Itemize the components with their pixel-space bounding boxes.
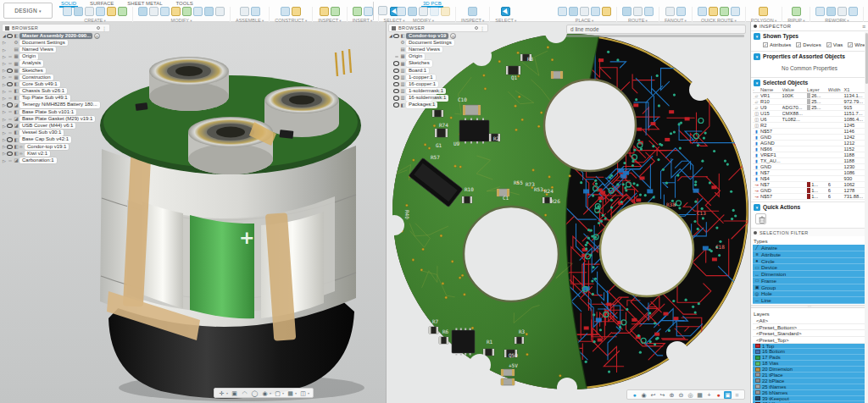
visibility-eye-icon[interactable] — [7, 91, 13, 92]
assemble-tool-icon[interactable] — [240, 7, 249, 16]
display-settings-icon[interactable]: ▢ — [274, 389, 281, 397]
tree-item-condor-top-v19-1[interactable]: ▷◧∞Condor-top v19:1 — [2, 143, 110, 150]
orbit-icon[interactable]: ◯ — [251, 389, 259, 397]
table-row[interactable]: ▱VR1100K26...1134.1... — [753, 93, 867, 99]
modify-tool-icon[interactable] — [397, 7, 406, 16]
place-tool-icon[interactable] — [602, 7, 611, 16]
delete-button[interactable] — [755, 213, 766, 224]
visibility-eye-icon[interactable] — [7, 56, 13, 58]
visibility-eye-icon[interactable] — [393, 75, 399, 80]
dropdown-caret-icon[interactable]: ▾ — [308, 391, 309, 395]
panel-options-icon[interactable] — [475, 26, 478, 30]
visibility-eye-icon[interactable] — [7, 111, 13, 113]
collapse-chevron-icon[interactable]: ▾ — [754, 204, 760, 211]
dropdown-caret-icon[interactable]: ▾ — [295, 391, 297, 395]
table-row[interactable]: ◫U6TL082...1086.4... — [753, 117, 867, 123]
create-tool-icon[interactable] — [96, 7, 105, 16]
zoom-icon[interactable]: ◉ — [261, 389, 269, 397]
checkbox-icon[interactable]: ✓ — [763, 42, 768, 47]
table-row[interactable]: ▮TX_AU...1188 — [753, 158, 867, 164]
dropdown-caret-icon[interactable]: ▾ — [226, 391, 228, 395]
table-row[interactable]: ↝N$71...61062 — [753, 182, 867, 188]
visibility-eye-icon[interactable] — [393, 89, 399, 93]
zoom-fit-icon[interactable]: ◎ — [687, 391, 694, 399]
type-filter-frame[interactable]: ▭Frame — [753, 278, 865, 284]
tree-root-item[interactable]: ◢◧Condor-top v19◎ — [388, 32, 488, 39]
modify-tool-icon[interactable] — [160, 7, 170, 16]
place-tool-icon[interactable] — [569, 7, 578, 16]
fanout-tool-icon[interactable] — [665, 7, 675, 16]
document-options-icon[interactable] — [378, 6, 387, 15]
checkbox-vias[interactable]: ✓Vias — [826, 42, 843, 47]
modify-tool-icon[interactable] — [171, 7, 181, 16]
add-icon[interactable]: + — [705, 391, 713, 399]
visibility-eye-icon[interactable] — [393, 61, 399, 65]
tree-item-vessel-sub-v30-1[interactable]: ▷◧Vessel Sub v30:1 — [2, 130, 110, 136]
dropdown-caret-icon[interactable]: ▾ — [282, 391, 284, 395]
column-header-name[interactable]: Name — [760, 87, 782, 92]
panel-options-icon[interactable] — [97, 26, 100, 30]
tree-item-document-settings[interactable]: ▷⚙Document Settings — [2, 40, 110, 47]
quick-route-tool-icon[interactable] — [698, 7, 707, 16]
table-row[interactable]: ▱U9ADG70...25...915 — [753, 105, 867, 111]
layer-1-top[interactable]: 1 Top — [753, 344, 865, 350]
inspector-scrollbar[interactable] — [865, 32, 868, 403]
tree-item-usb-cover-m44-v6-1[interactable]: ▷◪USB Cover (M44) v6:1 — [2, 123, 110, 130]
browser-header[interactable]: BROWSER ⋮ — [2, 24, 110, 32]
visibility-eye-icon[interactable] — [7, 119, 13, 120]
layer-preset[interactable]: <Preset_Standard> — [753, 330, 865, 337]
route-tool-icon[interactable] — [622, 7, 632, 16]
tree-item-kiwi-v2-1[interactable]: ▷◧∞Kiwi v2:1 — [2, 151, 110, 157]
column-header-icon[interactable]: · — [753, 87, 760, 92]
hand-icon[interactable]: ◠ — [241, 389, 248, 397]
expand-arrow-icon[interactable]: ▷ — [2, 47, 7, 52]
create-tool-icon[interactable] — [107, 7, 116, 16]
table-row[interactable]: ▱R1025...972.79... — [753, 99, 867, 105]
tree-item-base-plate-gasket-m29-v19-1[interactable]: ▷◪Base Plate Gasket (M29) v19:1 — [2, 116, 110, 123]
select-tool-icon[interactable] — [501, 7, 510, 16]
table-row[interactable]: ▮AGND1212 — [753, 141, 867, 146]
layer-18-vias[interactable]: 18 Vias — [753, 361, 865, 367]
tree-item-named-views[interactable]: ▤Named Views — [388, 47, 488, 53]
column-header-x1[interactable]: X1 — [843, 87, 867, 92]
redo-icon[interactable]: ↪ — [659, 391, 666, 399]
route-tool-icon[interactable] — [633, 7, 643, 16]
record-icon[interactable]: ● — [715, 391, 722, 399]
rework-tool-icon[interactable] — [826, 7, 836, 16]
tree-root-item[interactable]: ◢◧Master Assembly 2020-090...◎ — [2, 32, 110, 39]
checkbox-icon[interactable]: ✓ — [796, 42, 801, 47]
column-header-layer[interactable]: Layer — [807, 87, 828, 92]
eye-icon[interactable]: ◉ — [640, 391, 648, 399]
inspect-tool-icon[interactable] — [320, 7, 329, 16]
collapse-panel-icon[interactable] — [5, 26, 9, 30]
tree-item-analysis[interactable]: ▷▦Analysis — [2, 60, 110, 67]
panel-kebab-icon[interactable]: ⋮ — [102, 25, 107, 31]
modify-tool-icon[interactable] — [182, 7, 192, 16]
tree-item-chassis-sub-v26-1[interactable]: ▷◧Chassis Sub v26:1 — [2, 88, 110, 95]
layer-25-tnames[interactable]: 25 tNames — [753, 384, 865, 390]
tree-item-base-plate-sub-v101-1[interactable]: ▷◧Base Plate Sub v101:1 — [2, 108, 110, 115]
column-header-width[interactable]: Width — [828, 87, 844, 92]
pan-icon[interactable]: ✛ — [218, 389, 225, 397]
tree-item-origin[interactable]: ▷▦Origin — [2, 53, 110, 60]
inspect-tool-icon[interactable] — [468, 7, 477, 16]
rework-tool-icon[interactable] — [837, 7, 847, 16]
modify-tool-icon[interactable] — [149, 7, 159, 16]
table-row[interactable]: ◫R21245 — [753, 123, 867, 129]
grid-icon[interactable]: ▦ — [287, 389, 294, 397]
zoom-out-icon[interactable]: ⊖ — [677, 391, 685, 399]
type-filter-device[interactable]: ▭Device — [753, 264, 865, 271]
layer-39-tkeepout[interactable]: 39 tKeepout — [753, 396, 865, 402]
tree-item-construction[interactable]: ▷▦Construction — [2, 75, 110, 81]
camera-icon[interactable]: ▣ — [231, 389, 238, 397]
browser-header[interactable]: BROWSER ⋮ — [388, 24, 488, 32]
route-tool-icon[interactable] — [644, 7, 654, 16]
create-tool-icon[interactable] — [118, 7, 127, 16]
panel-kebab-icon[interactable]: ⋮ — [480, 25, 485, 31]
visibility-eye-icon[interactable] — [393, 96, 399, 100]
tree-item-sketches[interactable]: ▦Sketches — [388, 60, 488, 67]
tree-item-origin[interactable]: ▦Origin — [388, 53, 488, 60]
tree-item-packages-1[interactable]: ◧Packages:1 — [388, 102, 488, 108]
table-row[interactable]: ↝N$571...6731.88... — [753, 194, 867, 200]
tree-item-board-1[interactable]: ▥Board:1 — [388, 67, 488, 74]
